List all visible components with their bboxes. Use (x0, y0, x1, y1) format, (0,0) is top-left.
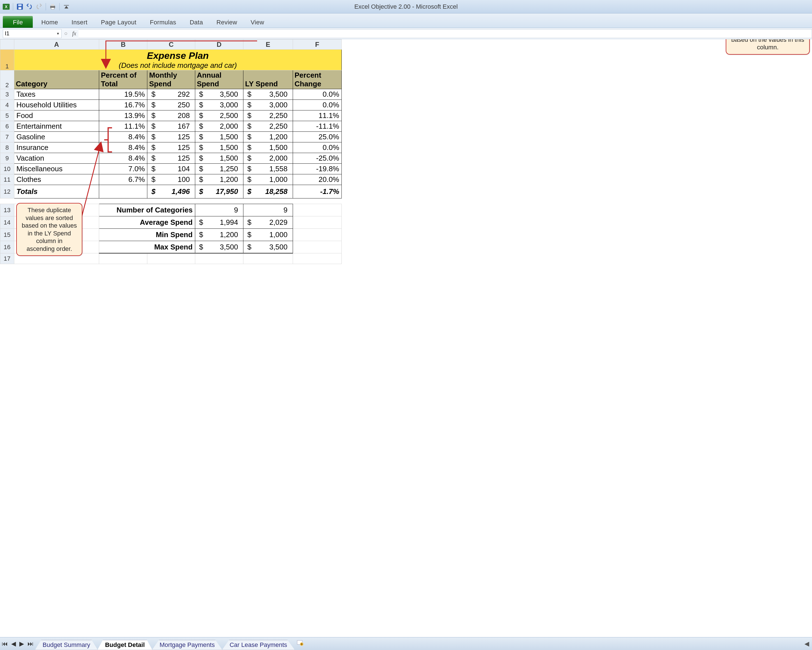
fx-icon[interactable]: fx (70, 30, 78, 37)
rowhead-15[interactable]: 15 (0, 229, 14, 241)
hdr-category[interactable]: Category (14, 70, 99, 89)
cell-ly[interactable]: $2,000 (243, 153, 293, 164)
cell-annual[interactable]: $1,200 (195, 174, 243, 185)
stat-e[interactable]: 9 (243, 204, 293, 216)
cell-annual[interactable]: $1,500 (195, 142, 243, 153)
cell-pct[interactable]: 11.1% (99, 121, 147, 132)
stat-label[interactable]: Max Spend (99, 241, 195, 253)
title-cell[interactable]: Expense Plan (Does not include mortgage … (14, 50, 342, 70)
hdr-ly-spend[interactable]: LY Spend (243, 70, 293, 89)
cell-ly[interactable]: $1,558 (243, 164, 293, 174)
stat-d[interactable]: $1,994 (195, 216, 243, 229)
rowhead-10[interactable]: 10 (0, 164, 14, 174)
rowhead-17[interactable]: 17 (0, 253, 14, 264)
sheet-tab-mortgage-payments[interactable]: Mortgage Payments (152, 640, 223, 650)
col-D[interactable]: D (195, 40, 243, 50)
cell-category[interactable]: Taxes (14, 89, 99, 100)
hdr-annual-spend[interactable]: Annual Spend (195, 70, 243, 89)
cell-annual[interactable]: $1,500 (195, 153, 243, 164)
cell-change[interactable]: 0.0% (293, 89, 342, 100)
stat-e[interactable]: $3,500 (243, 241, 293, 253)
cell-category[interactable]: Household Utilities (14, 100, 99, 110)
cell-category[interactable]: Food (14, 110, 99, 121)
cell-category[interactable]: Vacation (14, 153, 99, 164)
cell-change[interactable]: 0.0% (293, 142, 342, 153)
hdr-monthly-spend[interactable]: Monthly Spend (147, 70, 195, 89)
tab-formulas[interactable]: Formulas (143, 16, 183, 28)
worksheet-grid[interactable]: The primary sort level is based on the v… (0, 39, 812, 637)
rowhead-2[interactable]: 2 (0, 70, 14, 89)
hdr-percent-change[interactable]: Percent Change (293, 70, 342, 89)
cell-pct[interactable]: 13.9% (99, 110, 147, 121)
col-E[interactable]: E (243, 40, 293, 50)
cell-monthly[interactable]: $292 (147, 89, 195, 100)
cell-annual[interactable]: $2,000 (195, 121, 243, 132)
cell-category[interactable]: Clothes (14, 174, 99, 185)
col-B[interactable]: B (99, 40, 147, 50)
stat-d[interactable]: 9 (195, 204, 243, 216)
rowhead-16[interactable]: 16 (0, 241, 14, 253)
rowhead-9[interactable]: 9 (0, 153, 14, 164)
cell-monthly[interactable]: $250 (147, 100, 195, 110)
rowhead-11[interactable]: 11 (0, 174, 14, 185)
cell-pct[interactable]: 8.4% (99, 142, 147, 153)
redo-icon[interactable] (35, 3, 43, 11)
cell-ly[interactable]: $3,500 (243, 89, 293, 100)
rowhead-7[interactable]: 7 (0, 132, 14, 142)
cell-category[interactable]: Entertainment (14, 121, 99, 132)
cell-change[interactable]: 25.0% (293, 132, 342, 142)
tab-review[interactable]: Review (210, 16, 244, 28)
stat-e[interactable]: $2,029 (243, 216, 293, 229)
cell-monthly[interactable]: $125 (147, 153, 195, 164)
tab-data[interactable]: Data (183, 16, 210, 28)
cell-ly[interactable]: $3,000 (243, 100, 293, 110)
save-icon[interactable] (16, 3, 24, 11)
insert-sheet-icon[interactable] (297, 640, 304, 647)
tab-view[interactable]: View (244, 16, 271, 28)
stat-d[interactable]: $1,200 (195, 229, 243, 241)
rowhead-3[interactable]: 3 (0, 89, 14, 100)
undo-icon[interactable] (26, 3, 34, 11)
totals-monthly[interactable]: $1,496 (147, 185, 195, 199)
cell-monthly[interactable]: $125 (147, 132, 195, 142)
totals-b[interactable] (99, 185, 147, 199)
rowhead-6[interactable]: 6 (0, 121, 14, 132)
rowhead-8[interactable]: 8 (0, 142, 14, 153)
cell-monthly[interactable]: $104 (147, 164, 195, 174)
cell-annual[interactable]: $3,500 (195, 89, 243, 100)
chevron-down-icon[interactable]: ▼ (56, 32, 60, 35)
stat-e[interactable]: $1,000 (243, 229, 293, 241)
hdr-percent-total[interactable]: Percent of Total (99, 70, 147, 89)
col-F[interactable]: F (293, 40, 342, 50)
cell-change[interactable]: 11.1% (293, 110, 342, 121)
totals-ly[interactable]: $18,258 (243, 185, 293, 199)
rowhead-1[interactable]: 1 (0, 50, 14, 70)
cell-annual[interactable]: $3,000 (195, 100, 243, 110)
cell-change[interactable]: -11.1% (293, 121, 342, 132)
cell-pct[interactable]: 7.0% (99, 164, 147, 174)
cell-change[interactable]: 20.0% (293, 174, 342, 185)
tab-insert[interactable]: Insert (65, 16, 94, 28)
cell-ly[interactable]: $1,000 (243, 174, 293, 185)
col-A[interactable]: A (14, 40, 99, 50)
qat-customize-icon[interactable] (63, 3, 70, 11)
name-box[interactable]: I1 ▼ (3, 29, 62, 38)
tab-nav-prev-icon[interactable]: ◀ (9, 640, 18, 647)
cell-monthly[interactable]: $167 (147, 121, 195, 132)
sheet-tab-budget-detail[interactable]: Budget Detail (98, 640, 153, 650)
cell-change[interactable]: -25.0% (293, 153, 342, 164)
stat-d[interactable]: $3,500 (195, 241, 243, 253)
tab-home[interactable]: Home (34, 16, 65, 28)
rowhead-14[interactable]: 14 (0, 216, 14, 229)
cell-annual[interactable]: $2,500 (195, 110, 243, 121)
cell-monthly[interactable]: $208 (147, 110, 195, 121)
tab-nav-next-icon[interactable]: ▶ (18, 640, 26, 647)
totals-annual[interactable]: $17,950 (195, 185, 243, 199)
sheet-tab-car-lease-payments[interactable]: Car Lease Payments (222, 640, 295, 650)
formula-input[interactable] (78, 29, 812, 38)
cell-category[interactable]: Insurance (14, 142, 99, 153)
stat-label[interactable]: Average Spend (99, 216, 195, 229)
tab-nav-first-icon[interactable]: ⏮ (0, 640, 9, 647)
cell-ly[interactable]: $1,500 (243, 142, 293, 153)
cell-category[interactable]: Gasoline (14, 132, 99, 142)
